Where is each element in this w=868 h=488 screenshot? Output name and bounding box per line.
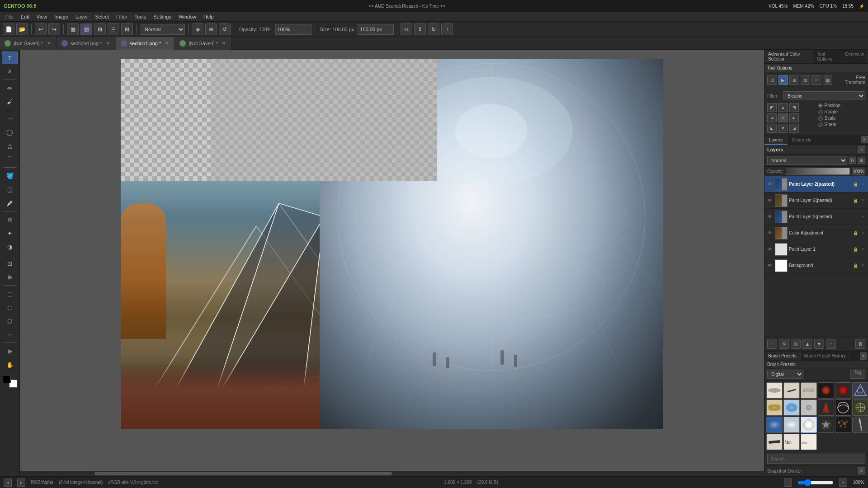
brush-item-11[interactable] — [835, 399, 851, 416]
radio-shear[interactable]: Shear — [818, 122, 866, 127]
layer-lock-3[interactable] — [852, 214, 859, 220]
brush-item-3[interactable] — [801, 382, 817, 399]
brush-item-12[interactable] — [852, 399, 868, 416]
menu-select[interactable]: Select — [91, 13, 113, 20]
layer-lock-2[interactable]: 🔒 — [852, 197, 859, 204]
layers-blend-mode[interactable]: Normal Multiply Screen — [767, 156, 847, 165]
tool-healing[interactable]: ✦ — [2, 227, 18, 239]
brush-item-2[interactable] — [783, 382, 800, 399]
layer-extra-1[interactable]: ✕ — [860, 181, 866, 188]
handle-tc[interactable]: ▲ — [778, 103, 788, 112]
brush-item-4[interactable] — [818, 382, 834, 399]
tab-close-2[interactable]: ✕ — [105, 40, 111, 46]
brush-item-17[interactable] — [835, 417, 851, 433]
layer-item-5[interactable]: 👁 Paint Layer 1 🔒 ✕ — [764, 241, 868, 258]
tool-dodge[interactable]: ◑ — [2, 240, 18, 253]
layer-lock-5[interactable]: 🔒 — [852, 246, 859, 253]
layer-item-4[interactable]: 👁 Color Adjustment 🔒 ✕ — [764, 225, 868, 241]
layer-lock-4[interactable]: 🔒 — [852, 230, 859, 236]
layer-lock-1[interactable]: 🔒 — [852, 181, 859, 188]
layers-inherit-btn[interactable]: ⊳ — [849, 157, 856, 164]
redo-btn[interactable]: ↪ — [48, 23, 60, 35]
mirror-h-btn[interactable]: ⇔ — [401, 23, 412, 35]
brush-item-5[interactable] — [835, 382, 851, 399]
tool-text[interactable]: A — [2, 65, 18, 78]
menu-tools[interactable]: Tools — [131, 13, 150, 20]
layers-protect-btn[interactable]: ⊕ — [858, 157, 865, 164]
layer-item-6[interactable]: 👁 Background 🔒 ✕ — [764, 258, 868, 274]
brush-item-16[interactable] — [818, 417, 834, 433]
brush-item-6[interactable] — [852, 382, 868, 399]
opacity-slider-track[interactable] — [786, 168, 850, 175]
handle-mr[interactable]: ► — [789, 113, 799, 122]
tool-ellipse[interactable]: ◯ — [2, 126, 18, 138]
new-document-btn[interactable]: 📄 — [3, 23, 14, 35]
layer-vis-5[interactable]: 👁 — [766, 246, 774, 253]
transform-icon-1[interactable]: ⊡ — [767, 75, 777, 85]
brush-item-1[interactable] — [766, 382, 783, 399]
tab-close-3[interactable]: ✕ — [164, 40, 170, 46]
handle-tr[interactable]: ◥ — [789, 103, 799, 112]
brush-presets-close[interactable]: ✕ — [860, 352, 867, 360]
menu-help[interactable]: Help — [200, 13, 217, 20]
layer-copy-btn[interactable]: ⎘ — [779, 339, 789, 349]
menu-view[interactable]: View — [33, 13, 51, 20]
menu-filter[interactable]: Filter — [113, 13, 131, 20]
tool-paintbrush[interactable]: 🖌 — [2, 95, 18, 108]
layer-vis-2[interactable]: 👁 — [766, 197, 774, 204]
tab-overview[interactable]: Overview — [841, 50, 868, 63]
brush-item-21[interactable]: abc — [801, 434, 817, 450]
layer-vis-1[interactable]: 👁 — [766, 181, 774, 188]
layer-item-2[interactable]: 👁 Paint Layer 2(pasted) 🔒 ✕ — [764, 192, 868, 209]
layer-extra-5[interactable]: ✕ — [860, 246, 866, 253]
canvas-scroll-container[interactable] — [20, 50, 764, 476]
open-btn[interactable]: 📂 — [16, 23, 28, 35]
filter-select[interactable]: Bicubic Bilinear Nearest Neighbor — [783, 91, 865, 100]
layers-close-btn[interactable]: ✕ — [861, 136, 868, 143]
brush-tab-history[interactable]: Brush Preset History — [801, 352, 850, 361]
color-swatches[interactable] — [3, 375, 17, 388]
view-mode-5[interactable]: ⊞ — [121, 23, 133, 35]
fg-color-swatch[interactable] — [3, 375, 11, 383]
menu-settings[interactable]: Settings — [150, 13, 175, 20]
tool-clone[interactable]: ⎘ — [2, 213, 18, 226]
opacity-input[interactable] — [275, 24, 311, 35]
tool-freehand[interactable]: ✏ — [2, 82, 18, 94]
layer-extra-2[interactable]: ✕ — [860, 197, 866, 204]
tab-close-4[interactable]: ✕ — [221, 40, 227, 46]
layer-vis-4[interactable]: 👁 — [766, 230, 774, 237]
tool-option-1[interactable]: ◈ — [192, 23, 203, 35]
tab-advanced-color[interactable]: Advanced Color Selector — [764, 50, 813, 63]
handle-mc[interactable]: ⊕ — [778, 113, 788, 122]
menu-image[interactable]: Image — [51, 13, 72, 20]
layer-add-btn[interactable]: + — [767, 339, 777, 349]
tab-tool-options[interactable]: Tool Options — [813, 50, 842, 63]
brush-item-19[interactable] — [766, 434, 783, 450]
layers-tab-layers[interactable]: Layers — [764, 136, 788, 145]
tool-selection-ellipse[interactable]: ◌ — [2, 301, 18, 314]
mirror-v-btn[interactable]: ⇕ — [414, 23, 426, 35]
transform-icon-3[interactable]: ⊞ — [789, 75, 799, 85]
tool-select[interactable]: T — [2, 52, 18, 64]
layer-move-up-btn[interactable]: ▲ — [802, 339, 812, 349]
rotate-btn[interactable]: ↻ — [428, 23, 439, 35]
menu-edit[interactable]: Edit — [17, 13, 33, 20]
handle-ml[interactable]: ◄ — [767, 113, 777, 122]
canvas-area[interactable] — [20, 50, 764, 476]
brush-item-7[interactable] — [766, 399, 783, 416]
brush-category-select[interactable]: Digital Ink Watercolor Pencil — [767, 370, 803, 379]
tool-zoom[interactable]: ⊕ — [2, 345, 18, 357]
tool-selection-rect[interactable]: ⬚ — [2, 287, 18, 300]
undo-btn[interactable]: ↩ — [35, 23, 47, 35]
zoom-in-btn[interactable]: + — [839, 479, 847, 487]
layer-extra-6[interactable]: ✕ — [860, 263, 866, 269]
snapshot-close-btn[interactable]: ✕ — [858, 467, 865, 474]
layer-extra-3[interactable]: ✕ — [860, 214, 866, 220]
layer-move-down-btn[interactable]: ▼ — [814, 339, 824, 349]
tool-rect[interactable]: ▭ — [2, 112, 18, 125]
tab-section1[interactable]: section1.png * ✕ — [116, 37, 175, 50]
tab-close-1[interactable]: ✕ — [46, 40, 52, 46]
layer-delete-btn[interactable]: 🗑 — [855, 339, 865, 349]
brush-search-input[interactable] — [767, 454, 865, 464]
brush-item-8[interactable] — [783, 399, 800, 416]
